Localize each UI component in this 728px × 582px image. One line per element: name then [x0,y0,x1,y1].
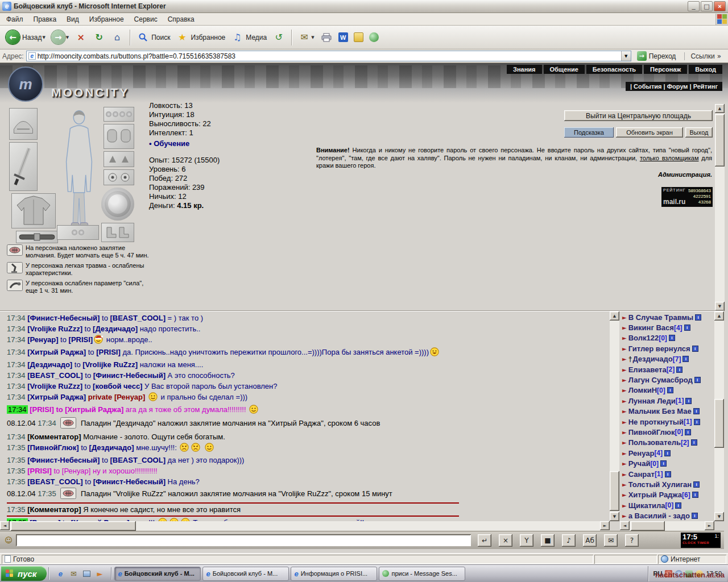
scroll-track[interactable] [714,321,724,512]
user-info-icon[interactable]: i [669,335,675,341]
user-info-icon[interactable]: i [685,398,692,404]
user-name[interactable]: Волк122 [628,334,659,342]
user-name[interactable]: В Случае Травмы [628,313,693,322]
nav-Безопасность[interactable]: Безопасность [586,65,642,74]
messenger-button[interactable] [367,31,381,43]
user-row[interactable]: ►Елизавета[2]i [620,364,714,375]
user-name[interactable]: ПивнойГлюк [628,428,675,436]
scroll-track[interactable] [10,521,600,531]
user-info-icon[interactable]: i [694,419,700,425]
taskbar-task[interactable]: eБойцовский клуб - М... [114,567,201,581]
nav-Выход[interactable]: Выход [689,65,722,74]
slot-amulets[interactable] [104,169,134,185]
scroll-down-icon[interactable]: ▼ [714,512,724,521]
chat-erase-button[interactable]: × [499,534,512,547]
chat-send-button[interactable]: ↵ [478,534,491,547]
user-row[interactable]: ►Санрат[1]i [620,469,714,479]
taskbar-task[interactable]: приси - Message Ses... [379,567,465,581]
minimize-button[interactable]: _ [688,1,700,11]
user-row[interactable]: ►Ренуар[4]i [620,448,714,458]
user-info-icon[interactable]: i [694,377,701,383]
user-info-icon[interactable]: i [685,429,691,435]
user-name[interactable]: Пользователь [628,438,681,447]
chat-scrollbar[interactable]: ▲ ▼ [610,311,619,521]
user-info-icon[interactable]: i [664,450,671,456]
address-dropdown-icon[interactable]: ▼ [621,51,631,61]
user-name[interactable]: Гитлер вернулся [628,344,690,353]
chat-sound-button[interactable]: ♪ [562,534,576,547]
close-button[interactable]: × [714,1,726,11]
mailru-rating-counter[interactable]: РЕЙТИНГ mail.ru 589368643 4222591 43268 [661,187,713,207]
banner-subnav[interactable]: | События | Форум | Рейтинг [626,82,722,91]
media-button[interactable]: ♫ Медиа [229,30,269,45]
slot-misc[interactable] [57,225,99,240]
print-button[interactable] [318,30,335,45]
user-info-icon[interactable]: i [691,439,697,446]
chat-mail-button[interactable]: ✉ [604,534,618,547]
user-row[interactable]: ►Пользователь[2]i [620,438,714,448]
user-row[interactable]: ►Ручай[0]i [620,458,714,468]
scroll-up-icon[interactable]: ▲ [715,104,725,113]
start-button[interactable]: пуск [1,566,47,581]
user-row[interactable]: ►Мальчик Без Маеi [620,406,714,417]
back-button[interactable]: ← Назад ▼ [3,29,48,45]
exit-button[interactable]: Выход [685,127,713,138]
user-name[interactable]: Толстый Хулиган [628,480,692,489]
user-info-icon[interactable]: i [693,481,700,488]
links-bar[interactable]: Ссылки » [684,52,726,60]
user-row[interactable]: ►Лагун Сумасбродi [620,375,714,385]
forward-button[interactable]: → ▼ [49,29,71,45]
maximize-button[interactable]: □ [701,1,713,11]
quicklaunch-desktop-icon[interactable] [81,568,92,579]
slot-shield[interactable] [101,188,134,221]
user-row[interactable]: ►Толстый Хулиганi [620,479,714,489]
user-name[interactable]: Елизавета [628,365,667,374]
mail-button[interactable]: ✉ ▼ [296,30,316,45]
user-name[interactable]: Ручай [628,459,651,468]
menu-item-Избранное[interactable]: Избранное [84,14,129,25]
userlist-scrollbar[interactable]: ▲ ▼ [714,311,724,521]
user-name[interactable]: Викинг Вася [628,323,674,332]
user-info-icon[interactable]: i [692,346,698,352]
menu-item-Вид[interactable]: Вид [61,14,84,25]
userlist-h-scrollbar[interactable]: ◄ ► [620,521,714,531]
taskbar-task[interactable]: eИнформация о PRISI... [291,567,377,581]
user-info-icon[interactable]: i [695,314,701,321]
user-info-icon[interactable]: i [693,408,700,414]
slot-bracers[interactable] [104,151,134,167]
nav-Общение[interactable]: Общение [544,65,585,74]
user-row[interactable]: ►Волк122[0]i [620,333,714,343]
scroll-thumb[interactable] [715,114,725,167]
chat-save-button[interactable]: ■ [541,534,555,547]
quicklaunch-ie-icon[interactable]: e [55,568,65,579]
character-figure[interactable] [57,107,101,238]
go-button[interactable]: → Переход [634,51,680,61]
slot-helmet[interactable] [9,108,38,140]
slot-weapon[interactable] [9,142,38,191]
refresh-button[interactable]: ↻ [90,30,107,45]
user-name[interactable]: Лагун Сумасброд [628,376,693,384]
user-name[interactable]: Щикатила [628,501,665,510]
hint-button[interactable]: Подсказка [564,127,614,138]
main-scrollbar[interactable]: ▲ ▼ [715,104,725,311]
history-button[interactable]: ↺ [270,30,287,45]
address-input[interactable] [38,52,621,60]
quicklaunch-mail-icon[interactable]: ✉ [68,568,78,579]
user-row[interactable]: ►Хитрый Раджа[6]i [620,490,714,500]
chat-h-scrollbar[interactable]: ◄ ► [0,521,610,531]
user-row[interactable]: ►Щикатила[0]i [620,500,714,510]
scroll-right-icon[interactable]: ► [600,521,610,530]
home-button[interactable]: ⌂ [109,30,126,45]
user-name[interactable]: Лунная Леди [628,397,676,405]
nav-Знания[interactable]: Знания [507,65,541,74]
mail-caret-icon[interactable]: ▼ [311,35,314,40]
scroll-thumb[interactable] [714,399,724,448]
user-name[interactable]: Мальчик Без Мае [628,407,692,415]
user-row[interactable]: ►Викинг Вася[4]i [620,322,714,332]
slot-belt[interactable] [16,231,58,243]
scroll-up-icon[interactable]: ▲ [714,311,724,321]
user-name[interactable]: ЛомкиН [628,386,657,394]
taskbar-task[interactable]: eБойцовский клуб - М... [202,567,289,581]
slot-boots[interactable] [101,223,134,242]
slot-gloves[interactable] [104,124,134,149]
